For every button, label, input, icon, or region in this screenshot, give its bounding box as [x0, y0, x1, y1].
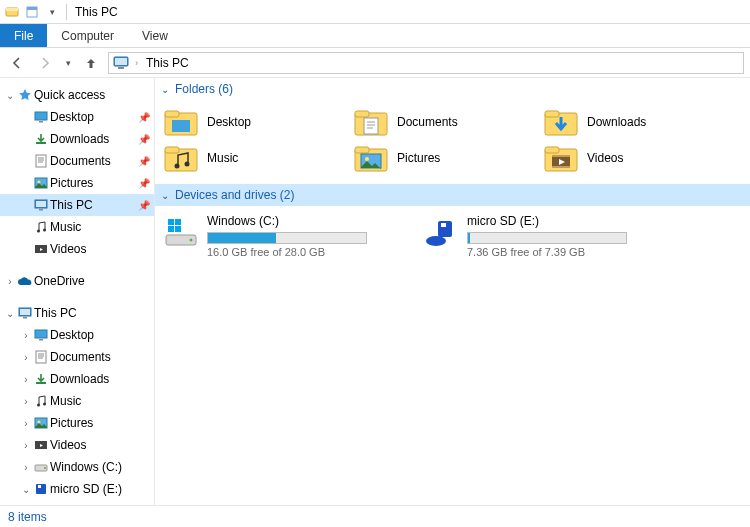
drive-micro-sd-e[interactable]: micro SD (E:) 7.36 GB free of 7.39 GB	[415, 210, 675, 262]
folder-videos[interactable]: Videos	[535, 140, 725, 176]
chevron-right-icon[interactable]: ›	[20, 352, 32, 363]
back-button[interactable]	[6, 52, 28, 74]
tree-item-desktop[interactable]: Desktop📌	[0, 106, 154, 128]
folder-label: Documents	[397, 115, 458, 129]
chevron-right-icon[interactable]: ›	[20, 462, 32, 473]
tree-this-pc[interactable]: ⌄This PC	[0, 302, 154, 324]
chevron-right-icon[interactable]: ›	[135, 58, 138, 68]
folder-pictures[interactable]: Pictures	[345, 140, 535, 176]
chevron-right-icon[interactable]: ›	[20, 418, 32, 429]
svg-point-50	[175, 164, 180, 169]
address-bar[interactable]: › This PC	[108, 52, 744, 74]
svg-rect-47	[545, 111, 559, 117]
svg-rect-25	[36, 382, 46, 384]
title-bar: ▾ This PC	[0, 0, 750, 24]
music-icon	[32, 394, 50, 408]
onedrive-icon	[16, 276, 34, 286]
qat-properties-icon[interactable]	[24, 4, 40, 20]
svg-point-16	[37, 230, 40, 233]
svg-rect-21	[23, 317, 27, 319]
svg-point-27	[43, 403, 46, 406]
tree-item-videos[interactable]: ›Videos	[0, 434, 154, 456]
navigation-bar: ▾ › This PC	[0, 48, 750, 78]
recent-dropdown-icon[interactable]: ▾	[62, 52, 74, 74]
tab-file[interactable]: File	[0, 24, 47, 47]
svg-rect-6	[118, 67, 124, 69]
status-text: 8 items	[8, 510, 47, 524]
svg-rect-14	[36, 201, 46, 207]
chevron-right-icon[interactable]: ›	[20, 396, 32, 407]
svg-point-67	[426, 236, 446, 246]
tree-item-desktop[interactable]: ›Desktop	[0, 324, 154, 346]
svg-rect-23	[39, 339, 43, 341]
svg-rect-45	[364, 118, 378, 134]
tree-item-downloads[interactable]: Downloads📌	[0, 128, 154, 150]
qat-dropdown-icon[interactable]: ▾	[44, 4, 60, 20]
breadcrumb[interactable]: This PC	[144, 56, 191, 70]
downloads-icon	[32, 133, 50, 145]
svg-rect-8	[39, 121, 43, 123]
section-drives-label: Devices and drives (2)	[175, 188, 294, 202]
svg-rect-24	[36, 351, 46, 363]
status-bar: 8 items	[0, 505, 750, 527]
svg-rect-3	[27, 7, 37, 10]
svg-rect-9	[36, 142, 46, 144]
tree-quick-access[interactable]: ⌄ Quick access	[0, 84, 154, 106]
svg-rect-7	[35, 112, 47, 120]
tree-item-music[interactable]: ›Music	[0, 390, 154, 412]
up-button[interactable]	[80, 52, 102, 74]
tree-item-documents[interactable]: ›Documents	[0, 346, 154, 368]
svg-rect-64	[175, 219, 181, 225]
chevron-right-icon[interactable]: ›	[20, 330, 32, 341]
chevron-right-icon[interactable]: ›	[4, 276, 16, 287]
folder-label: Pictures	[397, 151, 440, 165]
pin-icon: 📌	[138, 134, 150, 145]
chevron-down-icon[interactable]: ⌄	[4, 90, 16, 101]
svg-rect-53	[355, 147, 369, 153]
chevron-down-icon[interactable]: ⌄	[4, 308, 16, 319]
svg-rect-41	[165, 111, 179, 117]
folder-desktop[interactable]: Desktop	[155, 104, 345, 140]
tree-item-music[interactable]: Music	[0, 216, 154, 238]
separator	[66, 4, 67, 20]
tree-item-this-pc-pinned[interactable]: This PC📌	[0, 194, 154, 216]
section-folders-header[interactable]: ⌄ Folders (6)	[155, 78, 750, 100]
svg-rect-34	[38, 485, 41, 488]
chevron-right-icon[interactable]: ›	[20, 440, 32, 451]
tab-computer[interactable]: Computer	[47, 24, 128, 47]
folder-music[interactable]: Music	[155, 140, 345, 176]
svg-rect-15	[39, 209, 43, 211]
videos-icon	[32, 243, 50, 255]
tree-item-pictures[interactable]: Pictures📌	[0, 172, 154, 194]
desktop-icon	[32, 329, 50, 341]
section-folders-label: Folders (6)	[175, 82, 233, 96]
pin-icon: 📌	[138, 156, 150, 167]
tree-item-videos[interactable]: Videos	[0, 238, 154, 260]
forward-button[interactable]	[34, 52, 56, 74]
music-icon	[163, 142, 199, 174]
tab-view[interactable]: View	[128, 24, 182, 47]
tree-item-downloads[interactable]: ›Downloads	[0, 368, 154, 390]
pin-icon: 📌	[138, 200, 150, 211]
window-title: This PC	[75, 5, 118, 19]
app-icon	[4, 4, 20, 20]
svg-rect-22	[35, 330, 47, 338]
desktop-icon	[32, 111, 50, 123]
drive-windows-c[interactable]: Windows (C:) 16.0 GB free of 28.0 GB	[155, 210, 415, 262]
folder-downloads[interactable]: Downloads	[535, 104, 725, 140]
pictures-icon	[353, 142, 389, 174]
tree-item-pictures[interactable]: ›Pictures	[0, 412, 154, 434]
tree-item-micro-sd-e[interactable]: ⌄micro SD (E:)	[0, 478, 154, 500]
tree-item-windows-c[interactable]: ›Windows (C:)	[0, 456, 154, 478]
folder-label: Videos	[587, 151, 623, 165]
pictures-icon	[32, 417, 50, 429]
svg-rect-44	[355, 111, 369, 117]
tree-item-documents[interactable]: Documents📌	[0, 150, 154, 172]
section-drives-header[interactable]: ⌄ Devices and drives (2)	[155, 184, 750, 206]
videos-icon	[543, 142, 579, 174]
chevron-down-icon[interactable]: ⌄	[20, 484, 32, 495]
chevron-right-icon[interactable]: ›	[20, 374, 32, 385]
folder-documents[interactable]: Documents	[345, 104, 535, 140]
folders-grid: Desktop Documents Downloads Music Pictur…	[155, 100, 750, 184]
tree-onedrive[interactable]: ›OneDrive	[0, 270, 154, 292]
